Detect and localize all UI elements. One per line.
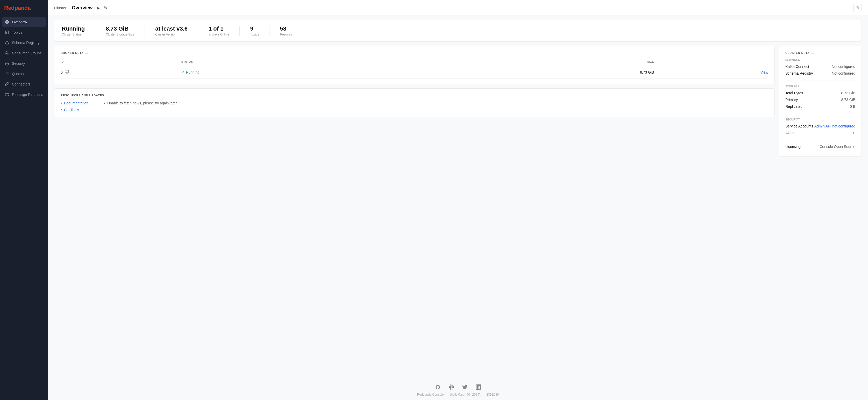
- stat-item-1: 8.73 GiB Cluster Storage Size: [106, 25, 134, 36]
- resources-list: •Documentation•CLI Tools•Unable to fetch…: [61, 101, 768, 112]
- cluster-row-value: Not configured: [832, 64, 855, 69]
- stat-divider-5: [269, 26, 270, 36]
- header-actions: ✎: [854, 4, 862, 12]
- services-section: SERVICES Kafka Connect Not configured Sc…: [785, 59, 855, 75]
- left-column: BROKER DETAILS ID STATUS SIZE 0: [54, 46, 775, 372]
- cluster-row: Schema Registry Not configured: [785, 71, 855, 75]
- stat-item-5: 58 Replicas: [280, 25, 292, 36]
- sidebar-item-schema-registry[interactable]: Schema Registry: [2, 38, 46, 48]
- sidebar-item-consumer-groups[interactable]: Consumer Groups: [2, 48, 46, 58]
- right-column: CLUSTER DETAILS SERVICES Kafka Connect N…: [779, 46, 862, 372]
- sidebar-item-overview[interactable]: Overview: [2, 17, 46, 27]
- resource-item[interactable]: •CLI Tools: [61, 108, 88, 112]
- header: Cluster › Overview ▶ ↻ ✎: [48, 0, 868, 16]
- slack-icon[interactable]: [448, 383, 455, 391]
- stat-label-5: Replicas: [280, 33, 292, 36]
- resources-card: RESOURCES AND UPDATES •Documentation•CLI…: [54, 88, 775, 117]
- resource-link: Documentation: [64, 101, 88, 105]
- sidebar-nav: Overview Topics Schema Registry Consumer…: [0, 17, 48, 99]
- cluster-row-value[interactable]: 0: [853, 131, 855, 135]
- breadcrumb-separator: ›: [69, 6, 70, 10]
- footer: Redpanda Console (built March 07, 2024) …: [48, 378, 868, 400]
- stat-divider-1: [95, 26, 95, 36]
- logo-text: Redpanda: [4, 5, 31, 11]
- stat-value-3: 1 of 1: [209, 25, 229, 32]
- cluster-row-value: 8.73 GiB: [841, 98, 855, 102]
- licensing-row: Licensing Console Open Source: [785, 145, 855, 149]
- sidebar-item-label-connectors: Connectors: [12, 82, 31, 86]
- refresh-button[interactable]: ↻: [104, 5, 107, 10]
- stat-label-2: Cluster Version: [155, 33, 188, 36]
- cluster-row: Kafka Connect Not configured: [785, 64, 855, 69]
- cluster-row-label: ACLs: [785, 131, 794, 135]
- sidebar-item-connectors[interactable]: Connectors: [2, 79, 46, 89]
- stats-bar: Running Cluster Status 8.73 GiB Cluster …: [54, 20, 862, 42]
- stat-item-3: 1 of 1 Brokers Online: [209, 25, 229, 36]
- twitter-icon[interactable]: [461, 383, 468, 391]
- github-icon[interactable]: [434, 383, 441, 391]
- sidebar-item-reassign-partitions[interactable]: Reassign Partitions: [2, 90, 46, 99]
- resources-col-2: •Unable to fetch news, please try again …: [104, 101, 177, 112]
- resources-title: RESOURCES AND UPDATES: [61, 94, 768, 97]
- broker-details-card: BROKER DETAILS ID STATUS SIZE 0: [54, 46, 775, 84]
- breadcrumb-current: Overview: [72, 5, 93, 11]
- col-status: STATUS: [181, 59, 447, 66]
- security-icon: [5, 61, 9, 66]
- footer-app-name: Redpanda Console: [417, 393, 444, 396]
- storage-title: STORAGE: [785, 85, 855, 88]
- play-icon-button[interactable]: ▶: [95, 4, 102, 11]
- sidebar-item-quotas[interactable]: Quotas: [2, 69, 46, 79]
- divider-3: [785, 140, 855, 141]
- cluster-row-value: 8.73 GiB: [841, 91, 855, 95]
- broker-id-cell: 0: [61, 66, 181, 79]
- cluster-details-title: CLUSTER DETAILS: [785, 51, 855, 54]
- sidebar-item-label-consumer-groups: Consumer Groups: [12, 51, 41, 55]
- main-content: Cluster › Overview ▶ ↻ ✎ Running Cluster…: [48, 0, 868, 400]
- stat-item-0: Running Cluster Status: [62, 25, 85, 36]
- licensing-value: Console Open Source: [819, 145, 855, 149]
- sidebar-item-label-quotas: Quotas: [12, 72, 24, 76]
- services-title: SERVICES: [785, 59, 855, 61]
- sidebar-item-topics[interactable]: Topics: [2, 27, 46, 37]
- edit-icon-button[interactable]: ✎: [854, 4, 862, 12]
- resource-text: Unable to fetch news, please try again l…: [107, 101, 177, 105]
- cluster-row-value[interactable]: Admin API not configured: [814, 124, 855, 128]
- security-section: SECURITY Service Accounts Admin API not …: [785, 118, 855, 135]
- broker-view-link[interactable]: View: [761, 70, 768, 74]
- sidebar-item-label-schema-registry: Schema Registry: [12, 41, 40, 45]
- stat-item-4: 9 Topics: [250, 25, 259, 36]
- footer-icons: [434, 383, 482, 391]
- cluster-row-label: Service Accounts: [785, 124, 813, 128]
- cluster-row-value: Not configured: [832, 71, 855, 75]
- licensing-label: Licensing: [785, 145, 801, 149]
- svg-point-1: [6, 22, 7, 23]
- resource-item[interactable]: •Documentation: [61, 101, 88, 105]
- storage-section: STORAGE Total Bytes 8.73 GiB Primary 8.7…: [785, 85, 855, 109]
- consumer-groups-icon: [5, 51, 9, 56]
- table-row: 0 ✓ Running 8.73 GiB View: [61, 66, 768, 79]
- cluster-row: Primary 8.73 GiB: [785, 98, 855, 102]
- broker-status-cell: ✓ Running: [181, 66, 447, 79]
- stat-divider-3: [198, 26, 198, 36]
- cluster-row-label: Total Bytes: [785, 91, 803, 95]
- footer-version: 239E030: [486, 393, 499, 396]
- sidebar-item-security[interactable]: Security: [2, 59, 46, 68]
- quotas-icon: [5, 71, 9, 76]
- bullet: •: [61, 108, 62, 112]
- footer-text: Redpanda Console (built March 07, 2024) …: [417, 393, 499, 396]
- stat-label-0: Cluster Status: [62, 33, 85, 36]
- cluster-row-label: Primary: [785, 98, 798, 102]
- cluster-row: ACLs 0: [785, 131, 855, 135]
- svg-marker-5: [5, 41, 8, 44]
- broker-id: 0: [61, 70, 63, 74]
- resource-item: •Unable to fetch news, please try again …: [104, 101, 177, 105]
- connectors-icon: [5, 82, 9, 87]
- content-area: BROKER DETAILS ID STATUS SIZE 0: [48, 46, 868, 378]
- broker-size-cell: 8.73 GiB: [447, 66, 654, 79]
- broker-table: ID STATUS SIZE 0 ✓ Run: [61, 59, 768, 79]
- stat-value-4: 9: [250, 25, 259, 32]
- resource-link: CLI Tools: [64, 108, 79, 112]
- sidebar-item-label-reassign-partitions: Reassign Partitions: [12, 92, 43, 97]
- breadcrumb-cluster: Cluster: [54, 6, 67, 10]
- linkedin-icon[interactable]: [475, 383, 482, 391]
